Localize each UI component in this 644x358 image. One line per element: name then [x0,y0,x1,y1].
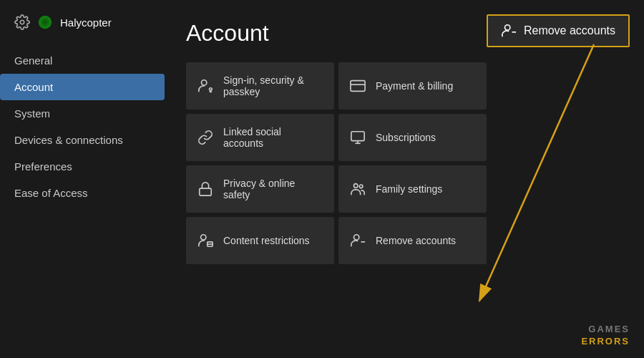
tile-linked-label: Linked social accounts [223,126,323,149]
remove-accounts-top-label: Remove accounts [524,24,615,37]
link-icon [197,130,213,145]
tile-payment-label: Payment & billing [376,80,453,92]
logo-icon [37,14,53,30]
remove-accounts-top-button[interactable]: Remove accounts [487,14,630,47]
tile-remove-label: Remove accounts [376,235,456,246]
svg-line-21 [479,44,594,301]
sidebar-item-devices[interactable]: Devices & connections [0,127,165,153]
watermark-line2: ERRORS [581,336,630,348]
tile-signin-label: Sign-in, security & passkey [223,74,323,97]
tile-content-label: Content restrictions [223,235,310,246]
svg-point-19 [354,235,359,240]
tile-subscriptions-label: Subscriptions [376,132,436,143]
svg-rect-8 [351,81,365,92]
svg-rect-10 [351,132,364,141]
tile-signin[interactable]: Sign-in, security & passkey [186,62,334,110]
svg-point-16 [201,235,206,240]
svg-point-3 [43,20,47,24]
sidebar-nav: General Account System Devices & connect… [0,47,165,206]
sidebar: Halycopter General Account System Device… [0,0,165,358]
tile-payment[interactable]: Payment & billing [338,62,487,110]
sidebar-username: Halycopter [60,16,112,29]
svg-point-7 [210,88,213,91]
person-restrict-icon [197,233,213,248]
watermark-line1: GAMES [581,324,630,336]
svg-point-4 [504,25,509,30]
sidebar-item-preferences[interactable]: Preferences [0,153,165,180]
sidebar-item-system[interactable]: System [0,100,165,127]
person-remove-icon [350,233,366,248]
svg-rect-13 [200,188,212,195]
tile-privacy[interactable]: Privacy & online safety [186,165,334,213]
sidebar-header: Halycopter [0,14,165,47]
tile-remove[interactable]: Remove accounts [338,217,487,264]
tile-family-label: Family settings [376,183,442,195]
family-icon [350,181,366,197]
sidebar-item-account[interactable]: Account [0,74,165,100]
card-icon [350,78,366,94]
svg-point-15 [359,185,363,188]
svg-point-0 [20,20,24,24]
person-key-icon [197,78,213,94]
lock-icon [197,181,213,197]
tile-privacy-label: Privacy & online safety [223,178,323,200]
tile-content[interactable]: Content restrictions [186,217,334,264]
sidebar-item-general[interactable]: General [0,47,165,74]
svg-point-14 [354,184,358,188]
tile-linked[interactable]: Linked social accounts [186,114,334,161]
main-content: Account Remove accounts Sign-in, securit… [165,0,644,358]
tiles-grid: Sign-in, security & passkey Payment & bi… [186,62,487,264]
monitor-icon [350,130,366,145]
gear-icon [14,14,30,30]
sidebar-item-ease[interactable]: Ease of Access [0,180,165,206]
tile-subscriptions[interactable]: Subscriptions [338,114,487,161]
tile-family[interactable]: Family settings [338,165,487,213]
person-remove-icon-top [501,23,517,39]
watermark: GAMES ERRORS [581,324,630,348]
svg-point-6 [202,80,207,85]
